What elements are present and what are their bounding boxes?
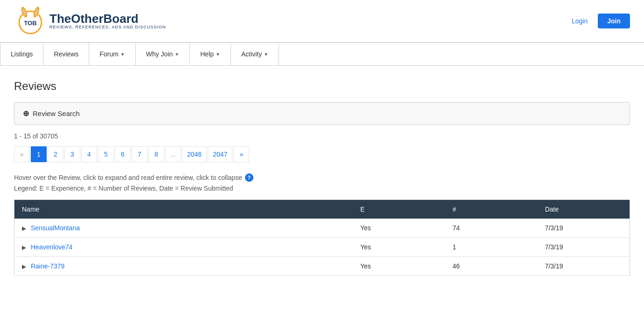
table-header: Name E # Date: [14, 200, 630, 219]
sidebar-item-why-join[interactable]: Why Join ▼: [136, 43, 190, 65]
col-header-experience: E: [353, 200, 445, 219]
cell-date-1: 7/3/19: [538, 238, 630, 257]
nav-why-join-label: Why Join: [146, 50, 173, 58]
review-link-1[interactable]: Heavenlove74: [31, 243, 73, 251]
pagination-page-2046[interactable]: 2046: [182, 146, 207, 162]
table-body: ▶ SensualMontana Yes 74 7/3/19 ▶ Heavenl…: [14, 219, 630, 276]
cell-count-0: 74: [445, 219, 538, 238]
cell-experience-0: Yes: [353, 219, 445, 238]
activity-caret-icon: ▼: [264, 52, 268, 57]
table-row: ▶ Heavenlove74 Yes 1 7/3/19: [14, 238, 630, 257]
review-search-label: Review Search: [33, 110, 80, 117]
cell-experience-2: Yes: [353, 257, 445, 276]
sidebar-item-listings[interactable]: Listings: [0, 43, 43, 65]
svg-text:TOB: TOB: [24, 20, 36, 27]
pagination-page-7[interactable]: 7: [132, 146, 147, 162]
page-title: Reviews: [14, 80, 630, 93]
sidebar-item-reviews[interactable]: Reviews: [43, 43, 89, 65]
nav-reviews-label: Reviews: [54, 50, 78, 58]
table-row: ▶ Raine-7379 Yes 46 7/3/19: [14, 257, 630, 276]
cell-name-2: ▶ Raine-7379: [14, 257, 353, 276]
review-link-2[interactable]: Raine-7379: [31, 262, 64, 270]
nav-bar: Listings Reviews Forum ▼ Why Join ▼ Help…: [0, 42, 644, 66]
pagination-page-4[interactable]: 4: [81, 146, 97, 162]
help-circle-icon[interactable]: ?: [245, 173, 253, 182]
pagination-next[interactable]: »: [233, 146, 249, 162]
why-join-caret-icon: ▼: [175, 52, 179, 57]
pagination-page-8[interactable]: 8: [148, 146, 164, 162]
main-content: Reviews ⊕ Review Search 1 - 15 of 30705 …: [0, 66, 644, 290]
cell-count-1: 1: [445, 238, 538, 257]
cell-date-2: 7/3/19: [538, 257, 630, 276]
results-count: 1 - 15 of 30705: [14, 132, 630, 140]
pagination-page-2[interactable]: 2: [48, 146, 63, 162]
cell-name-1: ▶ Heavenlove74: [14, 238, 353, 257]
cell-count-2: 46: [445, 257, 538, 276]
join-button[interactable]: Join: [598, 14, 630, 28]
forum-caret-icon: ▼: [120, 52, 125, 57]
header: TOB TheOtherBoard REVIEWS, REFERENCES, A…: [0, 0, 644, 42]
pagination-page-5[interactable]: 5: [98, 146, 114, 162]
help-caret-icon: ▼: [216, 52, 220, 57]
hover-info: Hover over the Review, click to expand a…: [14, 173, 630, 182]
row-toggle-2[interactable]: ▶: [22, 263, 26, 270]
legend-text: Legend: E = Experience, # = Number of Re…: [14, 185, 630, 192]
sidebar-item-help[interactable]: Help ▼: [190, 43, 231, 65]
nav-listings-label: Listings: [11, 50, 33, 58]
review-search-box[interactable]: ⊕ Review Search: [14, 102, 630, 125]
hover-info-text: Hover over the Review, click to expand a…: [14, 174, 242, 181]
logo-icon: TOB: [14, 5, 47, 37]
pagination-page-2047[interactable]: 2047: [208, 146, 232, 162]
cell-date-0: 7/3/19: [538, 219, 630, 238]
pagination-ellipsis: ...: [165, 146, 181, 162]
col-header-count: #: [445, 200, 538, 219]
pagination: « 1 2 3 4 5 6 7 8 ... 2046 2047 »: [14, 146, 630, 162]
table-row: ▶ SensualMontana Yes 74 7/3/19: [14, 219, 630, 238]
row-toggle-0[interactable]: ▶: [22, 225, 26, 232]
row-toggle-1[interactable]: ▶: [22, 244, 26, 251]
login-button[interactable]: Login: [567, 14, 592, 27]
sidebar-item-activity[interactable]: Activity ▼: [231, 43, 279, 65]
review-link-0[interactable]: SensualMontana: [31, 224, 80, 232]
cell-name-0: ▶ SensualMontana: [14, 219, 353, 238]
nav-activity-label: Activity: [241, 50, 262, 58]
pagination-prev[interactable]: «: [14, 146, 30, 162]
table-header-row: Name E # Date: [14, 200, 630, 219]
pagination-page-3[interactable]: 3: [64, 146, 80, 162]
col-header-date: Date: [538, 200, 630, 219]
sidebar-item-forum[interactable]: Forum ▼: [89, 43, 135, 65]
logo-text: TheOtherBoard REVIEWS, REFERENCES, ADS A…: [49, 13, 166, 29]
reviews-table: Name E # Date ▶ SensualMontana Yes 74 7/…: [14, 199, 630, 276]
logo-subtitle: REVIEWS, REFERENCES, ADS AND DISCUSSION: [49, 25, 166, 29]
nav-help-label: Help: [200, 50, 214, 58]
pagination-page-6[interactable]: 6: [115, 146, 131, 162]
plus-icon: ⊕: [23, 109, 29, 118]
logo-title: TheOtherBoard: [49, 13, 166, 25]
header-actions: Login Join: [567, 14, 630, 28]
col-header-name: Name: [14, 200, 353, 219]
nav-forum-label: Forum: [99, 50, 118, 58]
cell-experience-1: Yes: [353, 238, 445, 257]
pagination-page-1[interactable]: 1: [31, 146, 47, 162]
logo-area: TOB TheOtherBoard REVIEWS, REFERENCES, A…: [14, 5, 166, 37]
